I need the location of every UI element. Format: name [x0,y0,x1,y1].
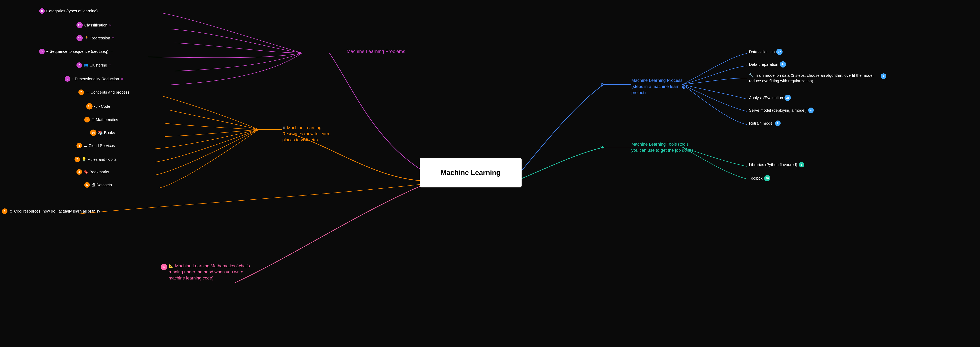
child-dimensionality[interactable]: 3 ↓ Dimensionality Reduction ∞ [65,76,123,82]
ml-math-branch[interactable]: 13 📐 Machine Learning Mathematics (what'… [161,263,257,281]
child-categories[interactable]: 8 Categories (types of learning) [39,8,98,14]
center-node[interactable]: Machine Learning [420,158,522,187]
child-toolbox[interactable]: Toolbox 40 [749,175,770,181]
svg-text:⚙: ⚙ [600,82,603,87]
child-classification[interactable]: 28 Classification ∞ [76,22,111,28]
ml-tools-label: Machine Learning Tools (tools you can us… [632,141,694,154]
badge-regression: 10 [76,35,83,41]
label-classification: Classification [84,23,107,27]
label-concepts: ≔ Concepts and process [86,90,130,94]
child-mathematics[interactable]: 7 ⊞ Mathematics [84,117,118,123]
child-data-collection[interactable]: Data collection 17 [749,49,783,55]
ml-resources-label: 🖩Machine Learning Resources (how to lear… [282,125,337,143]
badge-data-prep: 44 [780,61,786,67]
ml-process-label: Machine Learning Process (steps in a mac… [632,78,690,96]
label-data-prep: Data preparation [749,62,778,67]
label-categories: Categories (types of learning) [46,9,98,13]
badge-math: 13 [161,264,167,270]
child-seq2seq[interactable]: 3 ≡ Sequence to sequence (seq2seq) ∞ [39,49,112,54]
badge-rules: 7 [75,157,80,162]
child-books[interactable]: 16 📚 Books [90,130,115,136]
badge-dimensionality: 3 [65,76,70,82]
child-train-model[interactable]: 🔧 Train model on data (3 steps: choose a… [749,73,886,84]
child-code[interactable]: 31 </> Code [86,103,110,110]
label-cool: ☺ Cool resources, how do I actually lear… [9,209,100,214]
badge-cool: 1 [2,208,8,214]
badge-code: 31 [86,103,92,110]
child-data-prep[interactable]: Data preparation 44 [749,61,786,67]
badge-books: 16 [90,130,97,136]
badge-cloud: 4 [76,143,82,149]
badge-classification: 28 [76,22,83,28]
child-cool-resources[interactable]: 1 ☺ Cool resources, how do I actually le… [2,208,100,214]
label-libraries: Libraries (Python flavoured) [749,163,797,167]
badge-toolbox: 40 [764,175,770,181]
label-rules: 💡 Rules and tidbits [81,157,116,162]
badge-mathematics: 7 [84,117,90,123]
infinity-regression: ∞ [112,36,114,40]
badge-datasets: 5 [84,182,90,188]
badge-serve-model: 4 [808,107,814,113]
child-datasets[interactable]: 5 🗄 Datasets [84,182,112,188]
svg-text:✕: ✕ [600,145,603,150]
badge-categories: 8 [39,8,45,14]
infinity-dimensionality: ∞ [121,77,123,81]
infinity-clustering: ∞ [109,63,111,67]
label-code: </> Code [94,104,110,109]
label-mathematics: ⊞ Mathematics [91,117,118,122]
child-cloud[interactable]: 4 ☁ Cloud Services [76,143,115,149]
child-retrain-model[interactable]: Retrain model 2 [749,120,781,126]
label-analysis: Analysis/Evaluation [749,96,783,100]
label-toolbox: Toolbox [749,176,762,181]
badge-libraries: 8 [799,162,804,168]
child-serve-model[interactable]: Serve model (deploying a model) 4 [749,107,814,113]
badge-train-model: 7 [881,74,886,79]
child-regression[interactable]: 10 🏃 Regression ∞ [76,35,114,41]
label-cloud: ☁ Cloud Services [84,143,115,148]
label-dimensionality: ↓ Dimensionality Reduction [72,77,119,81]
badge-bookmarks: 4 [76,169,82,175]
label-clustering: 👥 Clustering [84,63,107,67]
label-retrain-model: Retrain model [749,121,773,126]
label-books: 📚 Books [98,130,115,135]
label-bookmarks: 🔖 Bookmarks [84,170,109,174]
badge-retrain-model: 2 [775,120,781,126]
ml-problems-label: Machine Learning Problems [347,49,405,54]
label-train-model: 🔧 Train model on data (3 steps: choose a… [749,73,879,84]
child-bookmarks[interactable]: 4 🔖 Bookmarks [76,169,109,175]
label-seq2seq: ≡ Sequence to sequence (seq2seq) [46,49,108,54]
infinity-seq2seq: ∞ [110,50,112,54]
child-analysis[interactable]: Analysis/Evaluation 21 [749,94,791,101]
child-clustering[interactable]: 2 👥 Clustering ∞ [76,62,111,68]
infinity-classification: ∞ [109,23,111,27]
label-math: 📐 Machine Learning Mathematics (what's r… [169,263,257,281]
label-datasets: 🗄 Datasets [91,183,112,187]
badge-seq2seq: 3 [39,49,45,54]
badge-concepts: 7 [78,90,84,95]
child-concepts[interactable]: 7 ≔ Concepts and process [78,90,130,95]
badge-clustering: 2 [76,62,82,68]
label-serve-model: Serve model (deploying a model) [749,108,807,113]
badge-data-collection: 17 [776,49,783,55]
child-libraries[interactable]: Libraries (Python flavoured) 8 [749,162,804,168]
badge-analysis: 21 [784,94,791,101]
child-rules[interactable]: 7 💡 Rules and tidbits [75,157,116,162]
label-regression: 🏃 Regression [84,36,110,40]
label-data-collection: Data collection [749,50,775,54]
